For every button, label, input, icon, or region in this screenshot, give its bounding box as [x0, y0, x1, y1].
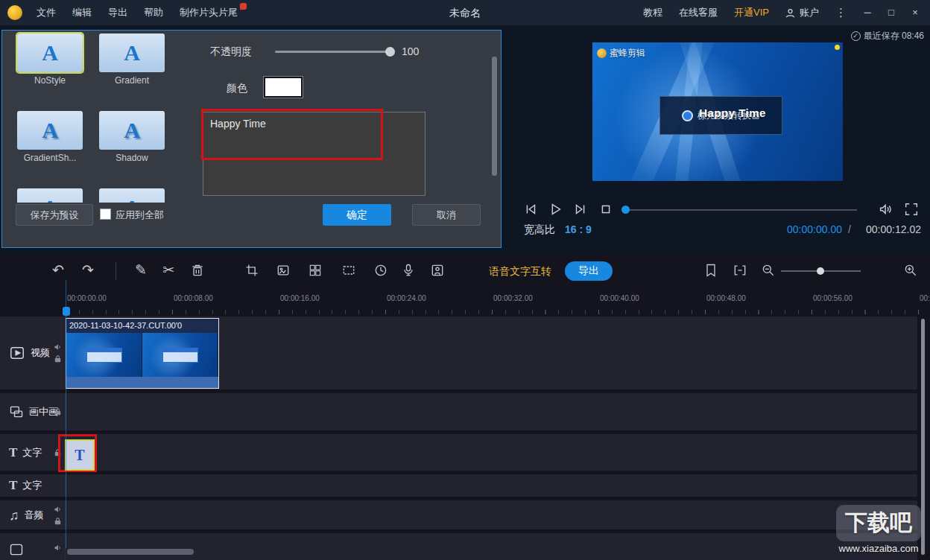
ruler-label: 00:00:32.00 [493, 294, 533, 302]
menu-file[interactable]: 文件 [28, 0, 64, 25]
horizontal-scrollbar[interactable] [67, 549, 194, 555]
tutorial-link[interactable]: 教程 [635, 0, 671, 25]
volume-icon[interactable] [878, 201, 894, 217]
playhead-line [66, 280, 66, 548]
mosaic-icon[interactable] [308, 263, 323, 278]
style-thumb-gradientshadow[interactable]: A [17, 111, 83, 150]
track-lock-icon[interactable] [54, 408, 62, 416]
fullscreen-icon[interactable] [903, 201, 920, 217]
upper-area: A A NoStyle Gradient A A GradientSh... S… [0, 25, 930, 253]
style-thumb-partial[interactable]: A [17, 188, 83, 203]
apply-all-checkbox[interactable] [100, 209, 111, 220]
play-button[interactable] [547, 201, 563, 217]
color-swatch[interactable] [264, 77, 303, 98]
menu-edit[interactable]: 编辑 [64, 0, 100, 25]
color-label: 颜色 [227, 82, 247, 95]
opacity-value: 100 [402, 45, 419, 57]
track-lock-icon[interactable] [54, 517, 62, 525]
seek-slider[interactable] [623, 209, 857, 211]
track-row-text-1: T 文字 T [0, 434, 917, 471]
vertical-scrollbar[interactable] [921, 319, 925, 555]
maximize-button[interactable]: □ [879, 0, 903, 25]
time-separator: / [848, 223, 851, 235]
dialog-scrollbar[interactable] [492, 57, 497, 176]
opacity-slider[interactable] [275, 51, 390, 53]
timeline-ruler[interactable]: 00:00:00.00 00:00:08.00 00:00:16.00 00:0… [0, 289, 930, 316]
style-thumb-nostyle[interactable]: A [17, 34, 83, 72]
text-clip[interactable]: T [66, 441, 93, 469]
timeline-toolbar: ↶ ↷ ✎ ✂ [0, 253, 930, 289]
close-button[interactable]: × [903, 0, 927, 25]
playback-controls [504, 198, 930, 222]
titlebar: 文件 编辑 导出 帮助 制作片头片尾 未命名 教程 在线客服 开通VIP 账户 … [0, 0, 930, 25]
app-logo-icon[interactable] [7, 5, 22, 20]
video-track-icon [9, 345, 25, 361]
timeline-zoom-handle[interactable] [817, 267, 824, 275]
bee-icon [597, 48, 607, 58]
aspect-ratio-label: 宽高比 [524, 223, 555, 237]
track-volume-icon[interactable] [54, 343, 62, 351]
cancel-button[interactable]: 取消 [412, 204, 481, 226]
style-thumb-shadow[interactable]: A [99, 111, 165, 150]
style-list: A A NoStyle Gradient A A GradientSh... S… [2, 31, 197, 203]
ruler-ticks [66, 310, 930, 314]
menu-intro-outro[interactable]: 制作片头片尾 [171, 0, 246, 25]
edit-icon[interactable]: ✎ [135, 262, 147, 279]
redo-icon[interactable]: ↷ [82, 262, 94, 279]
aspect-ratio-value[interactable]: 16 : 9 [565, 223, 592, 235]
track-label: 文字 [22, 479, 42, 492]
ok-button[interactable]: 确定 [323, 204, 391, 226]
zoom-out-icon[interactable] [761, 263, 776, 278]
track-header-pip: 画中画 [0, 393, 66, 430]
annotation-highlight-text-input [201, 109, 383, 160]
region-select-icon[interactable] [341, 263, 356, 278]
account-button[interactable]: 账户 [777, 6, 826, 19]
menu-help[interactable]: 帮助 [136, 0, 171, 25]
zoom-in-icon[interactable] [903, 263, 918, 278]
undo-icon[interactable]: ↶ [52, 262, 64, 279]
video-clip[interactable]: 2020-11-03-10-42-37.CUT.00'0 [66, 318, 219, 389]
support-link[interactable]: 在线客服 [671, 0, 726, 25]
style-thumb-partial[interactable]: A [99, 188, 165, 203]
ruler-label: 00:00:08.00 [174, 294, 213, 302]
style-label: Shadow [99, 153, 165, 163]
duration-clock-icon[interactable] [373, 263, 388, 278]
selection-handle-dot[interactable] [835, 45, 840, 50]
track-label: 音频 [25, 509, 44, 522]
fit-timeline-icon[interactable] [733, 263, 747, 278]
timeline-zoom-slider[interactable] [781, 270, 861, 272]
track-row-video: 视频 2020-11-03-10-42-37.CUT.00'0 [0, 316, 917, 389]
menu-export[interactable]: 导出 [100, 0, 136, 25]
previous-frame-button[interactable] [522, 201, 539, 217]
stop-button[interactable] [598, 201, 614, 217]
minimize-button[interactable]: ─ [855, 0, 879, 25]
track-volume-icon[interactable] [54, 505, 62, 513]
track-header-text-1: T 文字 [0, 434, 66, 471]
vip-link[interactable]: 开通VIP [726, 0, 777, 25]
next-frame-button[interactable] [572, 201, 589, 217]
track-row-text-2: T 文字 [0, 474, 917, 497]
style-letter: A [124, 118, 140, 143]
text-overlay-element[interactable]: Happy Time [677, 106, 788, 119]
split-scissors-icon[interactable]: ✂ [162, 262, 174, 279]
track-lock-icon[interactable] [54, 355, 62, 363]
export-button[interactable]: 导出 [565, 261, 613, 281]
opacity-slider-handle[interactable] [385, 47, 395, 57]
more-menu-icon[interactable]: ⋮ [826, 6, 855, 19]
thumbnail-window [86, 348, 122, 363]
delete-trash-icon[interactable] [190, 263, 205, 278]
record-audio-mic-icon[interactable] [401, 263, 416, 278]
style-thumb-gradient[interactable]: A [99, 34, 165, 72]
video-canvas[interactable]: 蜜蜂剪辑 栐光视频转换器 Happy Time [592, 42, 843, 181]
speech-text-convert-button[interactable]: 语音文字互转 [489, 265, 551, 279]
crop-icon[interactable] [244, 263, 259, 278]
seek-slider-handle[interactable] [621, 206, 630, 214]
playhead-handle[interactable] [63, 307, 70, 316]
save-preset-button[interactable]: 保存为预设 [16, 204, 93, 226]
track-header-video: 视频 [0, 316, 66, 389]
track-volume-icon[interactable] [54, 544, 62, 552]
portrait-chroma-icon[interactable] [430, 263, 445, 278]
snapshot-icon[interactable] [276, 263, 291, 278]
marker-icon[interactable] [703, 263, 718, 278]
video-clip-title: 2020-11-03-10-42-37.CUT.00'0 [66, 319, 218, 333]
